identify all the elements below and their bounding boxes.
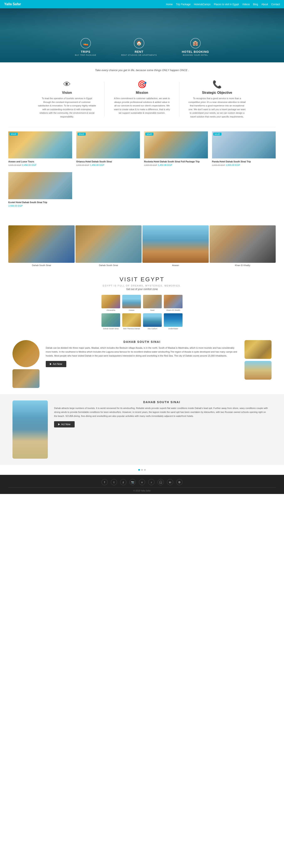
product-info-1: Aswan and Luxor Tours 3,500.00 EGP 2,450… bbox=[8, 158, 72, 168]
gallery-item-4[interactable]: Khan El Khalily bbox=[210, 225, 276, 268]
sale-badge-4: SALE! bbox=[213, 133, 221, 135]
page-dot-1[interactable] bbox=[138, 469, 140, 471]
page-dot-3[interactable] bbox=[144, 469, 146, 471]
egypt-img-suez bbox=[143, 295, 162, 308]
rent-icon: 🏠 bbox=[134, 38, 144, 49]
product-new-price-4: 1,850.00 EGP bbox=[226, 164, 240, 166]
product-card-2[interactable]: SALE! Orianca Hotel Dahab South Sinai 2,… bbox=[76, 131, 140, 168]
egypt-aswan[interactable]: Aswan bbox=[122, 295, 141, 311]
social-music[interactable]: ♪ bbox=[148, 479, 155, 485]
product-info-3: Rocketa Hotel Dahab South Sinai Full Pac… bbox=[144, 158, 208, 168]
strategic-text: To recognize that a good service is more… bbox=[188, 97, 246, 119]
nav-about[interactable]: About bbox=[261, 3, 268, 6]
visit-egypt-subtitle: EGYPT IS FULL OF DREAMS, MYSTERIES, MEMO… bbox=[8, 284, 276, 287]
strategic-icon: 📞 bbox=[188, 80, 246, 89]
product-img-wrapper-2: SALE! bbox=[76, 131, 140, 158]
mission-icon: 🎯 bbox=[113, 80, 171, 89]
dahab-section-1: DAHAB SOUTH SINAI Dahab can be divided i… bbox=[0, 334, 284, 394]
dahab-text-2: Dahab attracts large numbers of tourists… bbox=[54, 406, 270, 418]
hero-trips[interactable]: 🚤 TRIPS BUY TRIP PACKAGE bbox=[75, 38, 96, 56]
hero-rent[interactable]: 🏠 RENT RENT STUDIOS OR APARTMENTS bbox=[121, 38, 157, 56]
product-title-2: Orianca Hotel Dahab South Sinai bbox=[76, 160, 140, 163]
nav-hotels-camps[interactable]: Hotels&Camps bbox=[194, 3, 211, 6]
social-settings[interactable]: ⚙ bbox=[176, 479, 183, 485]
product-card-3[interactable]: SALE! Rocketa Hotel Dahab South Sinai Fu… bbox=[144, 131, 208, 168]
visit-egypt-section: VISIT EGYPT EGYPT IS FULL OF DREAMS, MYS… bbox=[0, 270, 284, 334]
nav-contact[interactable]: Contact bbox=[271, 3, 280, 6]
product-img-wrapper-3: SALE! bbox=[144, 131, 208, 158]
dahab-text-1: Dahab can be divided into three major pa… bbox=[46, 346, 238, 358]
play-icon-2 bbox=[58, 423, 60, 425]
social-vimeo[interactable]: v bbox=[139, 479, 145, 485]
product-new-price-2: 1,450.00 EGP bbox=[90, 164, 104, 166]
dahab-content-2: DAHAB SOUTH SINAI Dahab attracts large n… bbox=[52, 400, 272, 428]
dahab-images-left bbox=[12, 340, 39, 388]
vision-text: To lead the operation of touristic servi… bbox=[38, 97, 96, 119]
social-instagram[interactable]: 📷 bbox=[129, 479, 136, 485]
act-now-button-2[interactable]: Act Now bbox=[54, 421, 75, 428]
gallery-img-3 bbox=[143, 225, 209, 263]
vms-strategic: 📞 Strategic Objective To recognize that … bbox=[188, 80, 246, 119]
egypt-suez[interactable]: Suez bbox=[143, 295, 162, 311]
egypt-sharm[interactable]: Sharm El Sheikh bbox=[164, 295, 183, 311]
page-dot-2[interactable] bbox=[141, 469, 143, 471]
site-logo[interactable]: Yalla Safar bbox=[4, 2, 21, 6]
social-headphones[interactable]: 🎧 bbox=[158, 479, 164, 485]
vision-icon: 👁 bbox=[38, 80, 96, 89]
gallery-caption-4: Khan El Khalily bbox=[210, 263, 276, 268]
product-price-5: 2,550.00 EGP bbox=[8, 205, 72, 207]
egypt-row-2: Dahab South Sinai Beit Theresa Dahab Abu… bbox=[101, 313, 183, 330]
play-icon-1 bbox=[50, 363, 52, 365]
egypt-grid: Alexandria Aswan Suez Sharm El Sheikh Da… bbox=[8, 295, 276, 330]
dahab-huts-img bbox=[12, 369, 39, 388]
egypt-label-beit: Beit Theresa Dahab bbox=[122, 328, 141, 330]
nav-places[interactable]: Places to visit in Egypt bbox=[214, 3, 239, 6]
gallery-caption-1: Dahab South Sinai bbox=[8, 263, 75, 268]
product-card-5[interactable]: Ecotel Hotel Dahab South Sinai Trip 2,55… bbox=[8, 172, 72, 209]
egypt-label-aswan: Aswan bbox=[122, 309, 141, 311]
gallery-caption-2: Dahab South Sinai bbox=[75, 263, 142, 268]
egypt-beit[interactable]: Beit Theresa Dahab bbox=[122, 313, 141, 330]
nav-blog[interactable]: Blog bbox=[253, 3, 258, 6]
products-grid: SALE! Aswan and Luxor Tours 3,500.00 EGP… bbox=[8, 131, 276, 209]
rent-sub: RENT STUDIOS OR APARTMENTS bbox=[121, 54, 157, 56]
gallery-item-1[interactable]: Dahab South Sinai bbox=[8, 225, 75, 268]
egypt-label-alex: Alexandria bbox=[101, 309, 120, 311]
egypt-underwater[interactable]: UnderWater bbox=[164, 313, 183, 330]
gallery-caption-3: Aswan bbox=[143, 263, 209, 268]
dahab2-image bbox=[12, 400, 48, 459]
product-card-1[interactable]: SALE! Aswan and Luxor Tours 3,500.00 EGP… bbox=[8, 131, 72, 168]
egypt-alex[interactable]: Alexandria bbox=[101, 295, 120, 311]
act-now-label-2: Act Now bbox=[61, 423, 70, 426]
gallery-item-2[interactable]: Dahab South Sinai bbox=[75, 225, 142, 268]
egypt-label-sharm: Sharm El Sheikh bbox=[164, 309, 183, 311]
nav-videos[interactable]: Videos bbox=[242, 3, 250, 6]
hero-hotel[interactable]: 🏨 HOTEL BOOKING BOOKING YOUR HOTEL bbox=[182, 38, 209, 56]
nav-links: Home Trip Package Hotels&Camps Places to… bbox=[166, 2, 280, 6]
dahab-section-2: DAHAB SOUTH SINAI Dahab attracts large n… bbox=[0, 394, 284, 465]
nav-trip-package[interactable]: Trip Package bbox=[176, 3, 190, 6]
product-card-4[interactable]: SALE! Panda Hotel Dahab South Sinai Trip… bbox=[212, 131, 276, 168]
act-now-label-1: Act Now bbox=[53, 363, 62, 366]
egypt-abugallum[interactable]: Abu Gallum bbox=[143, 313, 162, 330]
dahab-images-right bbox=[245, 340, 272, 380]
product-title-5: Ecotel Hotel Dahab South Sinai Trip bbox=[8, 201, 72, 204]
act-now-button-1[interactable]: Act Now bbox=[46, 361, 66, 367]
tagline-section: Take every chance you get in life, becau… bbox=[0, 62, 284, 76]
social-linkedin[interactable]: in bbox=[167, 479, 173, 485]
product-price-2: 2,500.00 EGP 1,450.00 EGP bbox=[76, 164, 140, 166]
mission-text: A firm commitment to customer satisfacti… bbox=[113, 97, 171, 115]
product-old-price-4: 2,500.00 EGP bbox=[212, 164, 225, 166]
social-twitter[interactable]: t bbox=[111, 479, 117, 485]
product-info-4: Panda Hotel Dahab South Sinai Trip 2,500… bbox=[212, 158, 276, 168]
gallery-item-3[interactable]: Aswan bbox=[143, 225, 209, 268]
product-old-price-1: 3,500.00 EGP bbox=[8, 164, 22, 166]
social-tumblr[interactable]: z bbox=[120, 479, 126, 485]
tagline-text: Take every chance you get in life, becau… bbox=[4, 69, 280, 72]
product-img-wrapper-4: SALE! bbox=[212, 131, 276, 158]
sale-badge-2: SALE! bbox=[77, 133, 86, 135]
dahab-lighthouse-wrapper bbox=[12, 400, 48, 459]
nav-home[interactable]: Home bbox=[166, 3, 172, 6]
social-facebook[interactable]: f bbox=[101, 479, 108, 485]
egypt-dahab[interactable]: Dahab South Sinai bbox=[101, 313, 120, 330]
